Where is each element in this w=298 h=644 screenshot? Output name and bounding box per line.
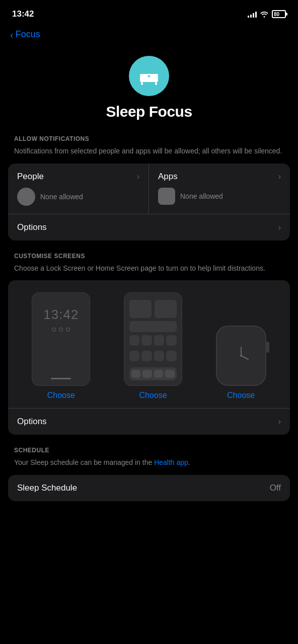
- people-cell[interactable]: People › None allowed: [8, 164, 149, 214]
- watch-face-choose-button[interactable]: Choose: [227, 391, 255, 400]
- screens-grid: 13:42 Choose: [8, 280, 290, 408]
- mock-app-grid: [129, 335, 177, 364]
- customise-screens-section: CUSTOMISE SCREENS Choose a Lock Screen o…: [0, 253, 298, 435]
- watch-face-mockup: [216, 326, 266, 386]
- mock-app-5: [129, 351, 140, 361]
- home-screen-item: Choose: [124, 292, 182, 400]
- apps-avatar: [158, 188, 175, 205]
- bottom-spacer: [0, 505, 298, 525]
- allow-notifications-description: Notifications from selected people and a…: [0, 146, 298, 164]
- mock-app-6: [141, 351, 152, 361]
- status-icons: 80: [248, 10, 286, 18]
- back-chevron-icon: ‹: [10, 30, 14, 40]
- notifications-options-chevron-icon: ›: [278, 223, 281, 232]
- customise-screens-description: Choose a Lock Screen or Home Screen page…: [0, 264, 298, 281]
- apps-cell-content: None allowed: [158, 188, 281, 205]
- svg-point-8: [240, 355, 242, 357]
- status-time: 13:42: [12, 9, 34, 19]
- mock-widget-wide: [129, 321, 177, 332]
- lock-screen-mockup: 13:42: [32, 292, 90, 386]
- battery-icon: 80: [272, 10, 286, 18]
- health-app-link[interactable]: Health app: [154, 458, 188, 466]
- mock-dock-3: [154, 370, 164, 378]
- mock-widget-row-top: [129, 300, 177, 318]
- mock-widget-sq-1: [129, 300, 152, 318]
- back-button[interactable]: ‹ Focus: [0, 25, 298, 46]
- mock-dot-1: [52, 328, 56, 332]
- notifications-options-row[interactable]: Options ›: [8, 214, 290, 240]
- home-screen-mockup: [124, 292, 182, 386]
- apps-title: Apps: [158, 172, 178, 182]
- schedule-label: SCHEDULE: [0, 447, 298, 458]
- apps-cell[interactable]: Apps › None allowed: [149, 164, 290, 214]
- allow-notifications-section: ALLOW NOTIFICATIONS Notifications from s…: [0, 135, 298, 240]
- sleep-schedule-row[interactable]: Sleep Schedule Off: [8, 475, 290, 501]
- wifi-icon: [260, 11, 269, 18]
- mock-dot-2: [59, 328, 63, 332]
- customise-screens-label: CUSTOMISE SCREENS: [0, 253, 298, 264]
- apps-chevron-icon: ›: [278, 172, 281, 181]
- apps-cell-header: Apps ›: [158, 172, 281, 182]
- notifications-options-label: Options: [17, 222, 47, 232]
- signal-icon: [248, 11, 257, 18]
- schedule-card: Sleep Schedule Off: [8, 475, 290, 501]
- mock-app-3: [154, 335, 165, 346]
- people-cell-content: None allowed: [17, 188, 139, 206]
- mock-lock-dots: [52, 328, 70, 332]
- mock-app-8: [166, 351, 177, 361]
- mock-dot-3: [66, 328, 70, 332]
- people-avatar: [17, 188, 35, 206]
- page-title: Sleep Focus: [106, 103, 192, 120]
- mock-dock: [129, 367, 177, 380]
- watch-face-item: Choose: [216, 326, 266, 400]
- svg-rect-3: [141, 82, 143, 85]
- people-chevron-icon: ›: [137, 172, 139, 181]
- mock-dock-4: [165, 370, 175, 378]
- back-label: Focus: [16, 29, 40, 40]
- svg-rect-5: [140, 74, 158, 75]
- notifications-card: People › None allowed Apps › None allowe…: [8, 164, 290, 240]
- lock-screen-item: 13:42 Choose: [32, 292, 90, 400]
- apps-none-label: None allowed: [180, 192, 223, 200]
- mock-app-2: [141, 335, 152, 346]
- bed-icon: [137, 64, 161, 88]
- svg-rect-2: [150, 75, 158, 79]
- screens-options-label: Options: [17, 417, 47, 427]
- mock-app-7: [154, 351, 165, 361]
- hero-section: Sleep Focus: [0, 46, 298, 135]
- status-bar: 13:42 80: [0, 0, 298, 25]
- svg-rect-4: [155, 82, 157, 85]
- sleep-schedule-label: Sleep Schedule: [17, 483, 77, 493]
- screens-options-chevron-icon: ›: [278, 417, 281, 426]
- schedule-description: Your Sleep schedule can be managed in th…: [0, 458, 298, 475]
- mock-app-4: [166, 335, 177, 346]
- mock-widget-sq-2: [155, 300, 177, 318]
- mock-dock-1: [131, 370, 141, 378]
- people-none-label: None allowed: [40, 193, 83, 201]
- allow-notifications-label: ALLOW NOTIFICATIONS: [0, 135, 298, 146]
- svg-rect-1: [140, 75, 148, 79]
- sleep-focus-icon: [129, 56, 169, 96]
- screens-options-row[interactable]: Options ›: [8, 408, 290, 435]
- lock-screen-choose-button[interactable]: Choose: [47, 391, 75, 400]
- mock-dock-2: [142, 370, 152, 378]
- mock-lock-line: [51, 378, 71, 379]
- mock-lock-time: 13:42: [43, 307, 79, 323]
- sleep-schedule-value: Off: [270, 483, 281, 493]
- mock-app-1: [129, 335, 140, 346]
- schedule-section: SCHEDULE Your Sleep schedule can be mana…: [0, 447, 298, 501]
- screens-card: 13:42 Choose: [8, 280, 290, 435]
- notifications-grid: People › None allowed Apps › None allowe…: [8, 164, 290, 214]
- people-cell-header: People ›: [17, 172, 139, 182]
- watch-face-svg: [226, 338, 256, 373]
- people-title: People: [17, 172, 44, 182]
- svg-line-7: [241, 356, 248, 359]
- home-screen-choose-button[interactable]: Choose: [139, 391, 167, 400]
